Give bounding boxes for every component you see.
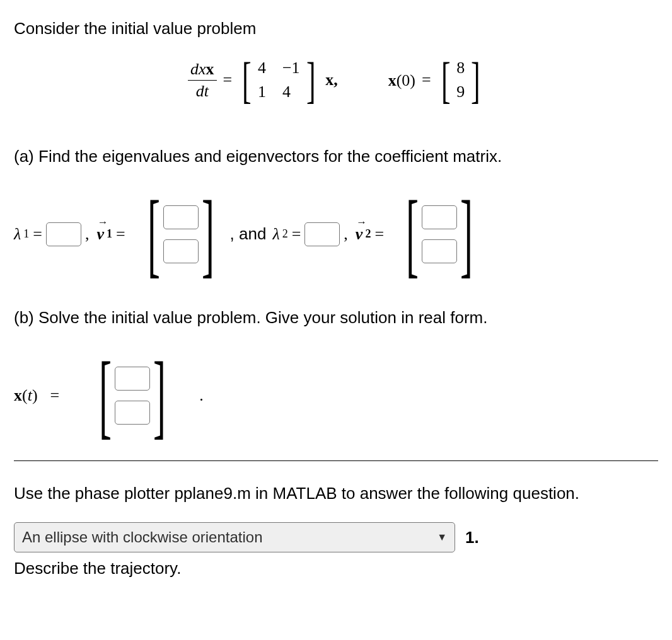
v1-input-2[interactable] [163, 239, 199, 263]
comma-1: , [85, 225, 90, 244]
v2-input-2[interactable] [422, 239, 457, 263]
v2-vector: [ ] [410, 191, 468, 277]
eq-l2: = [292, 225, 301, 244]
v2-sym: v [356, 225, 363, 244]
lambda2-sub: 2 [282, 227, 288, 241]
lambda2-sym: λ [272, 225, 279, 244]
lambda2-input[interactable] [304, 222, 340, 246]
equals-2: = [422, 71, 431, 89]
v2-sub: 2 [365, 227, 371, 241]
select-value: An ellipse with clockwise orientation [22, 529, 263, 546]
part-b-answer-row: x(t) = [ ] . [14, 353, 658, 438]
lambda1-sub: 1 [23, 227, 29, 241]
chevron-down-icon: ▼ [437, 532, 447, 543]
v1-input-1[interactable] [163, 205, 199, 229]
frac-dxdt: dxx dt [188, 59, 217, 102]
trajectory-select[interactable]: An ellipse with clockwise orientation ▼ [14, 522, 455, 552]
separator [14, 460, 658, 461]
dx: dx [190, 60, 206, 78]
xt-period: . [199, 386, 204, 405]
m-a22: 4 [282, 83, 300, 101]
x0: x [388, 71, 397, 89]
coeff-matrix: [ 4 −1 1 4 ] [238, 57, 319, 103]
v2-input-1[interactable] [422, 205, 457, 229]
part-a-answer-row: λ1 = , v1 = [ ] , and λ2 = , v2 [14, 191, 658, 277]
initial-condition: x(0) = [ 8 9 ] [388, 57, 484, 103]
equation-row: dxx dt = [ 4 −1 1 4 ] x, x(0) = [14, 57, 658, 103]
matlab-instruction: Use the phase plotter pplane9.m in MATLA… [14, 484, 658, 503]
lambda1-input[interactable] [46, 222, 81, 246]
xt-input-2[interactable] [115, 401, 150, 425]
v1-sub: 1 [107, 227, 112, 241]
part-a-prompt: (a) Find the eigenvalues and eigenvector… [14, 147, 658, 166]
part-b-prompt: (b) Solve the initial value problem. Giv… [14, 308, 658, 328]
eq-xt: = [50, 386, 60, 405]
comma-2: , [344, 225, 348, 244]
m-a21: 1 [258, 83, 266, 101]
ic-r2: 9 [456, 83, 465, 101]
and-text: , and [230, 224, 267, 244]
ode-lhs: dxx dt = [ 4 −1 1 4 ] x, [188, 57, 338, 103]
x-comma: x, [325, 71, 338, 89]
eq-v2: = [374, 225, 384, 244]
m-a12: −1 [282, 59, 300, 77]
describe-trajectory-text: Describe the trajectory. [14, 559, 658, 578]
lambda1-sym: λ [14, 225, 21, 244]
eq-v1: = [116, 225, 125, 244]
xt-x: x [14, 386, 22, 404]
v1-vector: [ ] [152, 191, 210, 277]
dt: dt [194, 81, 211, 102]
equals-1: = [223, 71, 233, 89]
xt-vector: [ ] [103, 353, 161, 438]
ic-r1: 8 [456, 59, 465, 77]
question-number: 1. [465, 528, 479, 547]
xt-input-1[interactable] [115, 367, 150, 391]
intro-text: Consider the initial value problem [14, 19, 658, 38]
m-a11: 4 [258, 59, 266, 77]
eq-l1: = [33, 225, 42, 244]
ic-vector: [ 8 9 ] [437, 57, 484, 103]
v1-sym: v [96, 225, 104, 244]
